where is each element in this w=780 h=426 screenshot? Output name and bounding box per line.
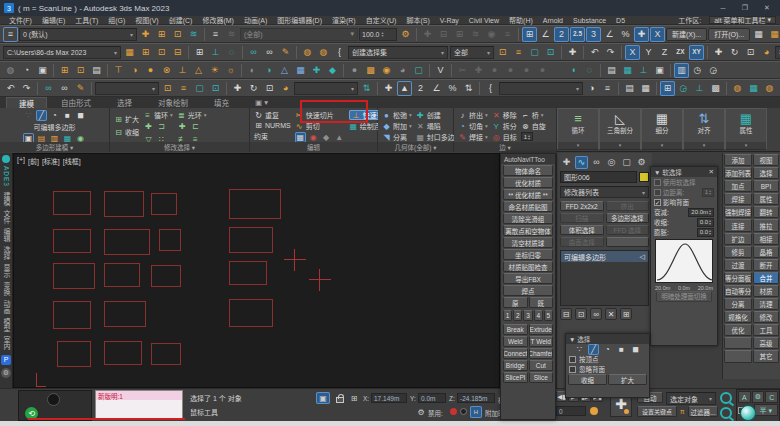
mat-pick-icon[interactable]: ◕ [395,63,410,78]
arc-rotate-icon[interactable]: ◔ [19,63,34,78]
axis-x-button[interactable]: X [625,45,640,60]
close-rollout-icon[interactable]: ✕ [709,168,714,176]
sidebar-item-0[interactable]: 建模 [1,190,11,208]
panel-button-离散点和空物体[interactable]: 离散点和空物体 [503,225,553,236]
new-button[interactable]: 新建(X)... [666,28,707,41]
menu-9[interactable]: 渲染(R) [327,17,361,24]
panel-button-修剪[interactable]: 修剪 [724,246,752,258]
element-mode-icon[interactable]: ◼ [75,110,86,121]
spinner-snap-icon[interactable]: ⇅ [461,81,476,96]
ribbon-toggle-icon[interactable]: ▦ [638,81,653,96]
scale2-icon[interactable]: ⊡ [262,81,277,96]
set-key-button[interactable]: 设置关键点 [637,406,677,417]
ribbon-tab-0[interactable]: 建模 [6,97,47,108]
wireframe-rectangle[interactable] [53,191,91,215]
wireframe-rectangle[interactable] [53,229,91,253]
modifier-button-FFD 2x2x2[interactable]: FFD 2x2x2 [560,201,604,211]
link2-icon[interactable]: ∞ [41,81,56,96]
menu-12[interactable]: V-Ray [435,17,464,24]
panel-button-优化[interactable]: 优化 [724,324,752,336]
dark-dot-icon[interactable] [460,408,467,415]
angle-snap2-icon[interactable]: 2 [413,81,428,96]
weld-button[interactable]: ✎焊接▾ [458,132,488,142]
select2-icon[interactable]: ⊡ [160,81,175,96]
loop-shift-icon[interactable]: ⊐ [156,121,167,132]
by-vertex-checkbox[interactable] [569,356,576,363]
configure-modifier-icon[interactable]: ⊞ [620,308,632,320]
key-mode-dropdown[interactable]: 选定对象▾ [666,392,716,405]
panel-button-导出FBX[interactable]: 导出FBX [503,273,553,284]
panel-button-Chamfer[interactable]: Chamfer [529,348,554,359]
selection-set2-icon[interactable]: { [483,81,498,96]
modifier-button-扫描[interactable]: 扫描 [560,213,604,223]
panel-button-合并[interactable]: 合并 [753,272,779,284]
move-icon[interactable]: ✚ [565,45,580,60]
redo2-icon[interactable]: ↷ [19,81,34,96]
clock2-icon[interactable]: ◶ [706,63,721,78]
remove-button[interactable]: ✕移除 [492,110,517,120]
wireframe-rectangle[interactable] [57,341,91,367]
omni-light-icon[interactable]: ● [143,63,158,78]
dot4-icon[interactable]: ● [535,63,550,78]
move2-icon[interactable]: ✚ [711,45,726,60]
panel-button-焊点[interactable]: 焊点 [503,285,553,296]
panel-button-原[interactable]: 原 [503,297,528,308]
chamfer-button[interactable]: ◔切角▾ [458,121,488,131]
area-light-icon[interactable]: △ [191,63,206,78]
detach-button[interactable]: ◥分离 [382,132,412,142]
rotate-icon[interactable]: ↻ [727,45,742,60]
percent-snap-icon[interactable]: % [618,27,633,42]
nav-sphere-icon[interactable] [47,393,60,406]
sel-edge-icon[interactable]: ╱ [588,344,599,355]
mirror-tool-icon[interactable]: ◍ [300,45,315,60]
open-folder-icon[interactable]: ⊞ [138,45,153,60]
named-selection2-dropdown[interactable]: ▾ [499,82,583,95]
rotate2-icon[interactable]: ↻ [246,81,261,96]
y-coord-field[interactable]: 0.0m [418,393,446,403]
wireframe-rectangle[interactable] [229,299,273,327]
project-folder-dropdown[interactable]: C:\Users\86-ds Max 2023▾ [3,46,121,59]
sidebar-item-4[interactable]: 显示 [1,262,11,280]
select-by-name2-icon[interactable]: ≡ [176,81,191,96]
big-button-属性[interactable]: ▦属性▾ [725,108,767,150]
select-object-icon[interactable]: ⊡ [495,45,510,60]
photometric-light-icon[interactable]: ⊗ [159,63,174,78]
stack-icon[interactable]: ≡ [500,27,515,42]
panel-button-Break[interactable]: Break [503,324,528,335]
restore-button[interactable]: ❐ [736,2,754,14]
panel-button-晶格[interactable]: 晶格 [753,246,779,258]
polygon-modeling-panel-label[interactable]: 多边形建模 ▾ [0,142,109,152]
panel-button-加点[interactable]: 加点 [724,180,752,192]
array-tool-icon[interactable]: ◍ [316,45,331,60]
sidebar-dot-icon[interactable] [2,155,10,163]
panel-button-翻转[interactable]: 翻转 [753,206,779,218]
placement-icon[interactable]: ◕ [759,45,774,60]
shaded-face-toggle-button[interactable]: 明暗处理面切换 [656,291,712,302]
pinch-spinner[interactable]: 0.0▴▾ [697,218,714,227]
front-viewport[interactable]: [+][前][标准][线框] [13,153,500,388]
panel-button-[interactable] [724,350,752,362]
select-by-name-icon[interactable]: ≡ [511,45,526,60]
menu-4[interactable]: 视图(V) [130,17,163,24]
grid-view-icon[interactable]: ▩ [708,81,723,96]
panel-button-1[interactable]: 1 [503,310,512,321]
edge-distance-checkbox[interactable] [654,189,661,196]
unlink2-icon[interactable]: ∞ [57,81,72,96]
snap-ruler-icon[interactable]: ∠ [538,27,553,42]
panel-button-清理[interactable]: 清理 [753,298,779,310]
big-button-对齐[interactable]: ⇅对齐▾ [683,108,725,150]
exposure-icon[interactable]: ▦ [293,63,308,78]
soft-selection-title[interactable]: ▼ 软选择 [654,167,682,177]
panel-button-焊接[interactable]: 焊接 [724,193,752,205]
sel-polygon-icon[interactable]: ■ [616,344,627,355]
skylight-icon[interactable]: ⊥ [175,63,190,78]
gear-small-icon[interactable]: ⚙ [416,406,426,418]
key-icon[interactable] [590,407,598,415]
save-icon[interactable]: ▦ [751,27,766,42]
container-icon[interactable]: ▥ [674,63,689,78]
edit-panel-label[interactable]: 编辑 [250,142,377,152]
edge-panel-label[interactable]: 边 ▾ [454,142,556,152]
time-tag-icon[interactable]: H [470,406,482,418]
sel-vertex-icon[interactable]: ∵ [574,344,585,355]
panel-button-** 优化材质 **[interactable]: ** 优化材质 ** [503,189,553,200]
